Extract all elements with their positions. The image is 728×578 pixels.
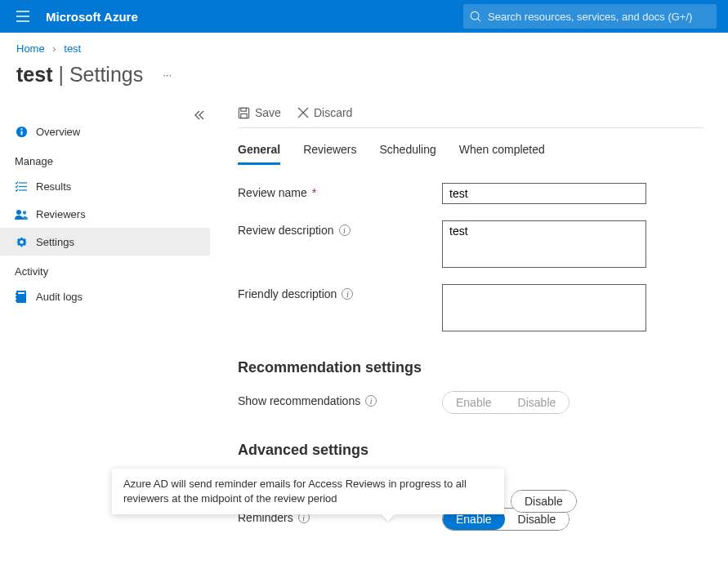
reminders-tooltip: Azure AD will send reminder emails for A…: [112, 469, 504, 514]
close-icon: [297, 107, 309, 118]
chevron-right-icon: ›: [52, 42, 56, 55]
field-review-name: Review name *: [238, 183, 703, 204]
chevron-double-left-icon: [194, 109, 205, 121]
menu-toggle-button[interactable]: [7, 11, 39, 22]
global-search[interactable]: [463, 4, 717, 29]
svg-point-11: [16, 210, 21, 215]
people-icon: [15, 209, 28, 220]
sidebar-item-label: Results: [36, 180, 71, 193]
friendly-description-input[interactable]: [442, 284, 646, 331]
section-recommendation-settings: Recommendation settings: [238, 359, 703, 376]
search-icon: [470, 11, 481, 22]
page-title-row: test | Settings ···: [0, 60, 728, 100]
more-actions-button[interactable]: ···: [163, 69, 172, 81]
svg-point-3: [471, 11, 479, 20]
svg-rect-16: [16, 296, 17, 298]
required-indicator: *: [312, 186, 316, 199]
brand-label: Microsoft Azure: [46, 10, 138, 24]
field-review-description: Review description i test: [238, 220, 703, 268]
sidebar-group-manage: Manage: [11, 145, 213, 172]
page-title-section: Settings: [69, 63, 143, 86]
tabs: General Reviewers Scheduling When comple…: [238, 143, 703, 165]
info-icon[interactable]: i: [342, 288, 353, 300]
info-icon[interactable]: i: [339, 225, 351, 236]
search-input[interactable]: [488, 11, 710, 23]
save-icon: [238, 107, 250, 119]
sidebar-group-activity: Activity: [11, 256, 213, 282]
svg-line-4: [478, 19, 481, 22]
discard-label: Discard: [314, 106, 352, 119]
toggle-disable: Disable: [505, 392, 569, 413]
tab-when-completed[interactable]: When completed: [459, 143, 545, 165]
svg-rect-15: [16, 293, 17, 295]
svg-rect-6: [20, 131, 22, 135]
tab-reviewers[interactable]: Reviewers: [303, 143, 356, 165]
sidebar-item-settings[interactable]: Settings: [0, 228, 210, 256]
review-description-label: Review description: [238, 224, 334, 237]
svg-rect-17: [16, 300, 17, 301]
sidebar-item-results[interactable]: Results: [11, 172, 213, 200]
sidebar-item-label: Settings: [36, 236, 74, 248]
top-bar: Microsoft Azure: [0, 0, 728, 33]
tooltip-text: Azure AD will send reminder emails for A…: [123, 478, 467, 505]
svg-rect-14: [18, 292, 25, 294]
list-icon: [15, 181, 28, 192]
sidebar-item-overview[interactable]: Overview: [11, 118, 213, 145]
review-name-input[interactable]: [442, 183, 646, 204]
discard-button[interactable]: Discard: [297, 106, 352, 119]
field-friendly-description: Friendly description i: [238, 284, 703, 331]
info-icon[interactable]: i: [365, 395, 377, 407]
command-bar: Save Discard: [238, 106, 703, 128]
svg-rect-19: [241, 108, 247, 111]
svg-rect-20: [241, 113, 248, 118]
page-title: test | Settings: [16, 63, 143, 87]
review-name-label: Review name: [238, 186, 307, 199]
sidebar-item-audit-logs[interactable]: Audit logs: [11, 282, 213, 310]
gear-icon: [15, 236, 28, 248]
sidebar: Overview Manage Results Reviewers Settin…: [0, 100, 213, 327]
tab-scheduling[interactable]: Scheduling: [380, 143, 436, 165]
partially-visible-toggle[interactable]: Disable: [511, 490, 577, 513]
content-pane: Save Discard General Reviewers Schedulin…: [213, 100, 728, 578]
journal-icon: [15, 291, 28, 303]
friendly-description-label: Friendly description: [238, 287, 337, 300]
hamburger-icon: [16, 11, 29, 22]
show-recommendations-label: Show recommendations: [238, 394, 360, 407]
show-recommendations-toggle: Enable Disable: [442, 391, 569, 414]
svg-point-12: [23, 211, 26, 214]
review-description-input[interactable]: test: [442, 220, 646, 268]
page-title-resource: test: [16, 63, 52, 86]
info-icon: [15, 126, 28, 138]
save-label: Save: [255, 106, 281, 119]
breadcrumb-current[interactable]: test: [64, 42, 81, 55]
breadcrumb-home[interactable]: Home: [16, 42, 45, 55]
svg-rect-7: [20, 128, 22, 130]
tab-general[interactable]: General: [238, 143, 280, 165]
toggle-enable: Enable: [443, 392, 505, 413]
sidebar-item-label: Audit logs: [36, 291, 83, 303]
sidebar-item-label: Reviewers: [36, 208, 86, 220]
save-button[interactable]: Save: [238, 106, 281, 119]
sidebar-item-label: Overview: [36, 126, 80, 138]
toggle-disable[interactable]: Disable: [511, 491, 576, 512]
collapse-sidebar-button[interactable]: [194, 109, 205, 123]
sidebar-item-reviewers[interactable]: Reviewers: [11, 200, 213, 228]
section-advanced-settings: Advanced settings: [238, 442, 703, 459]
breadcrumb: Home › test: [0, 33, 728, 60]
field-show-recommendations: Show recommendations i Enable Disable: [238, 391, 703, 414]
